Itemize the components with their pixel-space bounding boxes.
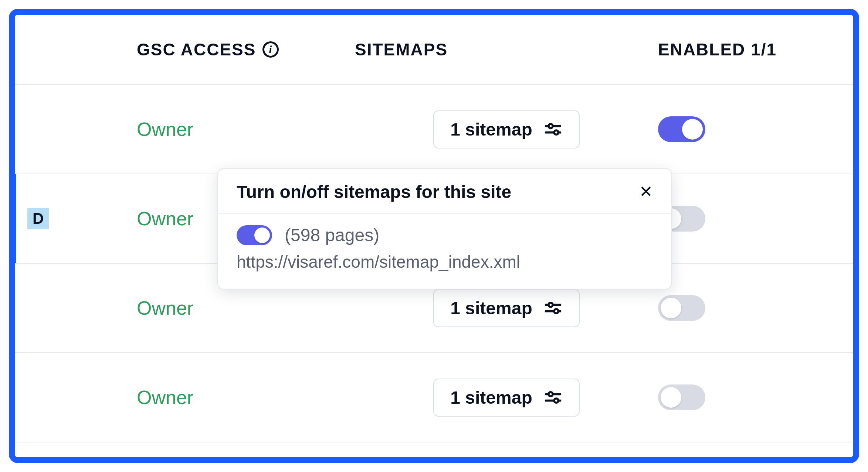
svg-point-3 (554, 130, 558, 134)
sitemaps-cell: 1 sitemap (355, 110, 658, 148)
sitemap-url: https://visaref.com/sitemap_index.xml (237, 252, 653, 272)
enabled-cell (658, 384, 853, 410)
enabled-toggle[interactable] (658, 295, 705, 321)
svg-point-11 (554, 399, 558, 403)
gsc-access-value: Owner (137, 386, 355, 408)
sitemap-button-label: 1 sitemap (450, 119, 532, 140)
enabled-cell (658, 206, 853, 232)
column-header-enabled: ENABLED 1/1 (658, 40, 853, 59)
sliders-icon (543, 298, 563, 318)
table-header: GSC ACCESS i SITEMAPS ENABLED 1/1 (15, 15, 853, 85)
svg-point-7 (554, 309, 558, 313)
table-row: Owner1 sitemap (15, 85, 853, 174)
enabled-cell (658, 116, 853, 142)
enabled-toggle[interactable] (658, 384, 705, 410)
gsc-access-value: Owner (137, 297, 355, 319)
column-header-sitemaps: SITEMAPS (355, 40, 658, 59)
sliders-icon (543, 120, 563, 139)
column-header-gsc-access: GSC ACCESS i (137, 40, 355, 59)
table-row: Owner1 sitemap (15, 353, 853, 442)
column-header-enabled-label: ENABLED 1/1 (658, 40, 777, 59)
svg-point-9 (549, 392, 553, 396)
popover-body: (598 pages) https://visaref.com/sitemap_… (218, 214, 671, 289)
info-icon[interactable]: i (262, 41, 279, 58)
popover-title: Turn on/off sitemaps for this site (237, 182, 511, 202)
row-badge: D (27, 208, 49, 229)
gsc-access-value: Owner (137, 118, 355, 140)
sitemaps-cell: 1 sitemap (355, 289, 658, 327)
sitemap-button[interactable]: 1 sitemap (433, 289, 579, 327)
content-frame: GSC ACCESS i SITEMAPS ENABLED 1/1 Owner1… (9, 9, 859, 463)
sitemap-button[interactable]: 1 sitemap (433, 110, 579, 148)
sitemap-button-label: 1 sitemap (450, 298, 532, 318)
sitemap-pages-count: (598 pages) (285, 225, 379, 245)
sitemap-button-label: 1 sitemap (450, 387, 532, 408)
enabled-cell (658, 295, 853, 321)
popover-header: Turn on/off sitemaps for this site ✕ (218, 169, 671, 214)
sitemaps-cell: 1 sitemap (355, 379, 658, 417)
sitemap-popover: Turn on/off sitemaps for this site ✕ (59… (217, 168, 672, 290)
close-icon[interactable]: ✕ (635, 181, 657, 202)
column-header-sitemaps-label: SITEMAPS (355, 40, 448, 59)
enabled-toggle[interactable] (658, 116, 705, 142)
svg-point-1 (549, 124, 553, 128)
sitemap-button[interactable]: 1 sitemap (433, 379, 579, 417)
svg-point-5 (549, 303, 553, 307)
sitemap-item-toggle[interactable] (237, 225, 272, 245)
sliders-icon (543, 388, 563, 407)
column-header-gsc-access-label: GSC ACCESS (137, 40, 256, 59)
